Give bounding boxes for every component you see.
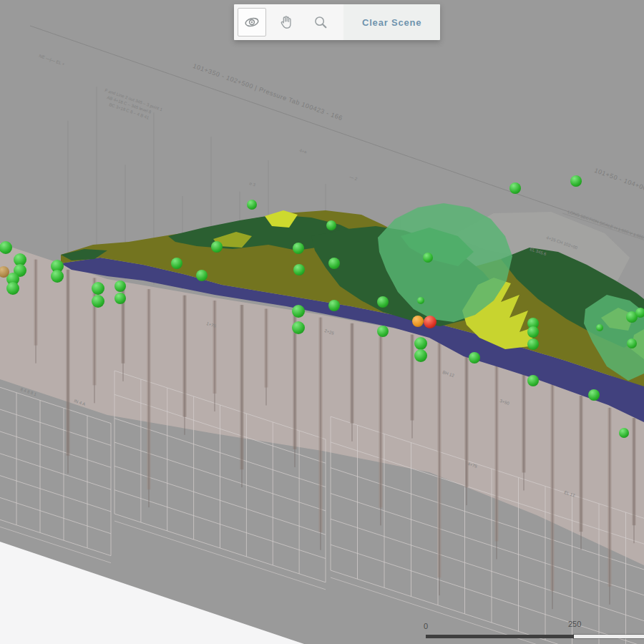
sample-marker-sphere[interactable] <box>619 428 629 438</box>
orbit-tool-button[interactable] <box>238 8 266 36</box>
sample-marker-sphere[interactable] <box>293 264 305 275</box>
borehole-trace <box>148 289 149 507</box>
orbit-icon <box>243 14 260 31</box>
borehole-trace <box>496 362 497 559</box>
sample-marker-sphere[interactable] <box>196 270 208 281</box>
view-toolbar: Clear Scene <box>234 4 440 40</box>
sample-marker-sphere[interactable] <box>414 349 427 362</box>
borehole-stick <box>67 121 69 264</box>
borehole-trace <box>184 296 185 435</box>
borehole-trace <box>609 408 610 605</box>
sample-marker-sphere[interactable] <box>326 220 336 230</box>
sample-marker-sphere[interactable] <box>596 324 603 331</box>
sample-marker-sphere[interactable] <box>635 308 644 318</box>
sample-marker-sphere[interactable] <box>328 258 340 269</box>
borehole-trace <box>214 301 215 411</box>
borehole-trace <box>67 270 68 474</box>
sample-marker-sphere[interactable] <box>509 182 521 194</box>
borehole-trace <box>523 372 524 490</box>
sample-marker-sphere[interactable] <box>211 241 223 253</box>
scene-canvas <box>0 0 644 644</box>
sample-marker-sphere[interactable] <box>469 352 480 364</box>
sample-marker-sphere[interactable] <box>377 296 389 308</box>
sample-marker-sphere[interactable] <box>328 300 340 311</box>
sample-marker-sphere[interactable] <box>377 326 389 337</box>
borehole-trace <box>439 341 439 595</box>
borehole-trace <box>580 396 581 550</box>
sample-marker-sphere[interactable] <box>527 338 539 350</box>
sample-marker-sphere[interactable] <box>114 280 126 292</box>
borehole-trace <box>241 305 242 487</box>
sample-marker-sphere[interactable] <box>570 175 582 187</box>
borehole-trace <box>35 260 36 364</box>
pan-tool-button[interactable] <box>272 8 301 36</box>
sample-marker-sphere[interactable] <box>527 375 539 386</box>
borehole-trace <box>320 318 321 550</box>
borehole-trace <box>552 384 552 609</box>
hand-icon <box>278 14 294 30</box>
sample-marker-sphere[interactable] <box>292 321 305 334</box>
borehole-trace <box>380 328 381 525</box>
magnifier-icon <box>313 14 328 30</box>
sample-marker-sphere[interactable] <box>588 389 600 401</box>
borehole-trace <box>294 313 295 467</box>
sample-marker-sphere[interactable] <box>51 270 64 283</box>
sample-marker-sphere[interactable] <box>92 295 104 308</box>
sample-marker-sphere[interactable] <box>292 305 305 318</box>
borehole-trace <box>411 335 412 439</box>
sample-marker-sphere[interactable] <box>171 258 182 269</box>
sample-marker-sphere[interactable] <box>417 297 424 304</box>
sample-marker-sphere[interactable] <box>414 337 427 350</box>
sample-marker-sphere-red[interactable] <box>424 316 436 328</box>
sample-marker-sphere[interactable] <box>627 338 637 348</box>
sample-marker-sphere[interactable] <box>527 326 539 338</box>
tool-button-group <box>234 4 343 40</box>
sample-marker-sphere-orange[interactable] <box>412 316 424 327</box>
sample-marker-sphere[interactable] <box>6 282 19 295</box>
clear-scene-button[interactable]: Clear Scene <box>343 4 440 40</box>
sample-marker-sphere[interactable] <box>92 282 104 295</box>
borehole-trace <box>265 309 266 406</box>
borehole-trace <box>466 351 467 505</box>
sample-marker-sphere[interactable] <box>114 293 126 304</box>
borehole-trace <box>351 323 352 441</box>
sample-marker-sphere[interactable] <box>423 253 433 263</box>
3d-viewport[interactable]: 101+350 - 102+500 | Pressure Tab 100423 … <box>0 0 644 644</box>
borehole-trace <box>633 418 634 543</box>
sample-marker-sphere[interactable] <box>293 243 304 254</box>
zoom-tool-button[interactable] <box>306 8 335 36</box>
sample-marker-sphere[interactable] <box>247 200 257 210</box>
